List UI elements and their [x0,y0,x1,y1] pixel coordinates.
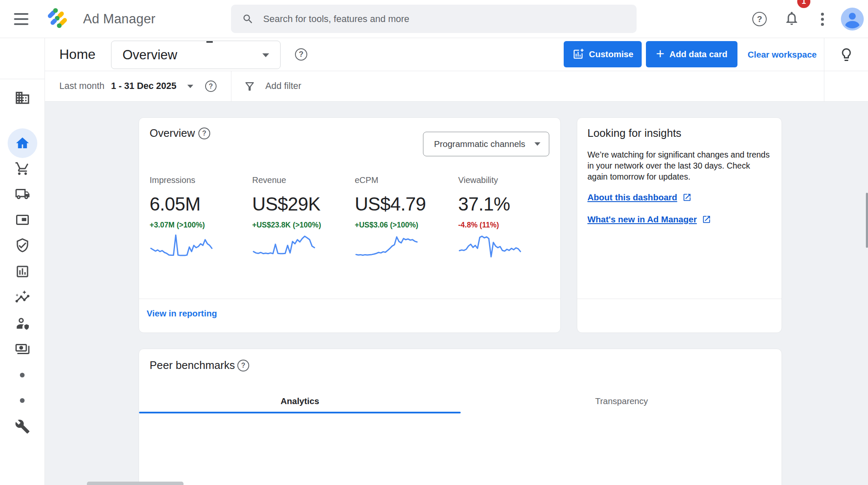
search-placeholder: Search for tools, features and more [263,14,409,25]
avatar[interactable] [841,8,864,30]
metric-viewability: Viewability 37.1% -4.8% (11%) [458,175,556,259]
add-data-card-button[interactable]: + Add data card [646,41,737,67]
insights-card-title: Looking for insights [587,127,682,139]
date-range-value[interactable]: 1 - 31 Dec 2025 [111,71,176,101]
search-input[interactable]: Search for tools, features and more [231,5,637,33]
chevron-down-icon [534,142,540,146]
insights-card: Looking for insights We’re watching for … [577,117,782,333]
ad-manager-logo [45,6,70,30]
metric-revenue: Revenue US$29K +US$23.8K (>100%) [252,175,350,259]
tab-transparency[interactable]: Transparency [461,391,782,412]
header-divider [824,38,824,102]
sidebar-item-privacy[interactable] [0,316,45,331]
sidebar-item-protections[interactable] [0,238,45,253]
channel-selector-dropdown[interactable]: Programmatic channels [423,132,549,156]
sidebar-item-reporting[interactable] [0,264,45,279]
metric-delta: +3.07M (>100%) [150,221,247,230]
tab-analytics[interactable]: Analytics [139,391,461,412]
help-icon[interactable]: ? [748,0,771,38]
search-icon [242,13,254,25]
metric-value: US$29K [252,194,350,215]
building-icon [14,90,31,106]
insights-body-text: We’re watching for significant changes a… [587,149,772,182]
metric-value: US$4.79 [355,194,452,215]
link-label: About this dashboard [587,192,677,202]
view-selector-dropdown[interactable]: Overview [111,41,281,69]
insights-lightbulb-panel[interactable] [824,38,868,71]
shield-check-icon [15,238,30,253]
clipped-field-label [206,41,213,43]
sidebar-item-insights[interactable] [0,290,45,305]
sidebar-item-inventory[interactable] [0,212,45,227]
overview-card: Overview ? Programmatic channels Impress… [139,117,561,333]
sparkline-chart [355,234,418,259]
help-icon[interactable]: ? [205,80,217,92]
left-nav-rail [0,38,45,485]
filter-funnel-icon[interactable] [243,80,256,93]
add-data-card-label: Add data card [670,49,728,59]
vertical-scrollbar[interactable] [866,193,868,248]
lightbulb-icon [839,47,854,62]
date-range-label: Last month [59,71,104,101]
view-in-reporting-link[interactable]: View in reporting [147,308,217,319]
sidebar-divider [0,79,45,79]
link-label: What's new in Ad Manager [587,214,697,224]
insights-icon [15,290,30,305]
dot-icon [20,398,25,403]
card-footer-divider [139,299,560,299]
chevron-down-icon [262,53,269,57]
person-shield-icon [15,316,30,331]
page-title: Home [59,38,95,71]
product-name: Ad Manager [83,0,156,38]
help-icon[interactable]: ? [237,360,249,371]
sidebar-item-sales[interactable] [0,161,45,176]
external-link-icon [702,215,711,224]
cart-icon [15,161,30,176]
whats-new-link[interactable]: What's new in Ad Manager [587,214,711,224]
metric-delta: -4.8% (11%) [458,221,556,230]
filter-divider [231,71,231,101]
wrench-icon [15,419,30,434]
sidebar-item-network[interactable] [0,90,45,106]
metric-label: eCPM [355,175,452,185]
workspace-header: Home Overview ? Customise + Add data car… [45,38,868,71]
customise-button[interactable]: Customise [564,41,642,67]
view-selector-value: Overview [122,41,177,69]
chevron-down-icon[interactable] [187,85,193,88]
plus-icon: + [656,45,665,62]
bar-chart-icon [15,264,30,279]
help-icon[interactable]: ? [295,48,307,61]
metric-label: Revenue [252,175,350,185]
customise-label: Customise [589,49,634,59]
sidebar-item-admin[interactable] [0,419,45,434]
top-app-bar: Ad Manager Search for tools, features an… [0,0,868,38]
metric-value: 37.1% [458,194,556,215]
sidebar-item-bullet-1[interactable] [0,373,45,377]
overview-card-title: Overview [150,127,195,139]
home-icon [15,136,30,151]
more-vert-icon[interactable] [810,0,834,38]
external-link-icon [682,193,692,202]
sidebar-item-billing[interactable] [0,341,45,357]
channel-selector-value: Programmatic channels [434,132,525,155]
notifications-bell-icon[interactable]: 1 [780,0,804,38]
about-dashboard-link[interactable]: About this dashboard [587,192,692,202]
metric-delta: +US$3.06 (>100%) [355,221,452,230]
add-filter-button[interactable]: Add filter [265,71,301,101]
metric-label: Impressions [150,175,247,185]
sidebar-item-home[interactable] [0,136,45,151]
clear-workspace-link[interactable]: Clear workspace [748,38,817,71]
metric-label: Viewability [458,175,556,185]
help-icon[interactable]: ? [198,127,210,139]
menu-icon[interactable] [14,13,28,25]
dot-icon [20,373,25,377]
peer-benchmarks-card: Peer benchmarks ? Analytics Transparency [139,349,782,485]
sparkline-chart [252,234,316,259]
filter-bar: Last month 1 - 31 Dec 2025 ? Add filter [45,71,868,102]
sidebar-item-bullet-2[interactable] [0,398,45,403]
sidebar-item-delivery[interactable] [0,186,45,202]
active-tab-indicator [139,412,461,413]
metric-value: 6.05M [150,194,247,215]
sparkline-chart [150,234,213,259]
payments-icon [15,341,30,357]
